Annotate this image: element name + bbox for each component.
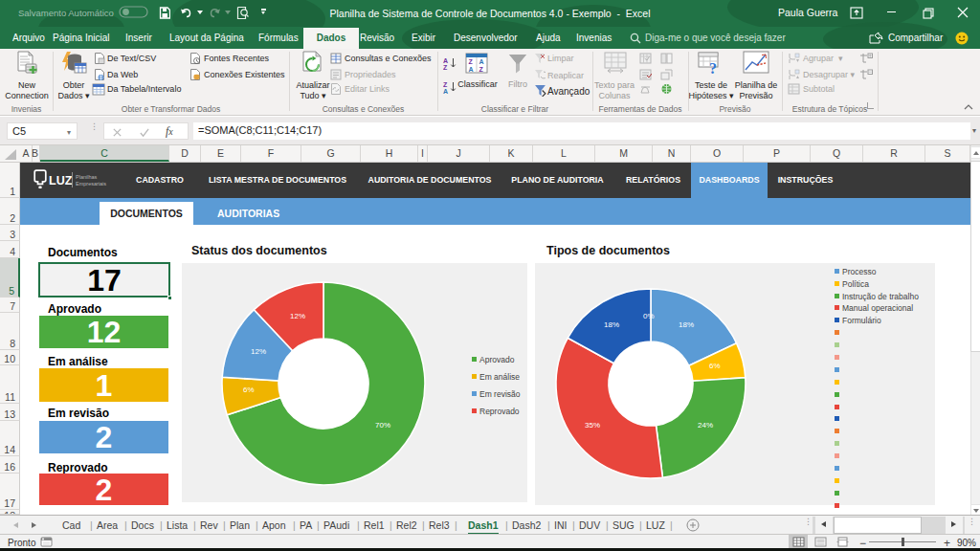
svg-text:Z: Z [469, 58, 474, 65]
svg-text:Z: Z [443, 64, 448, 70]
svg-text:A: A [479, 58, 484, 65]
svg-text:?: ? [709, 60, 717, 77]
svg-text:A: A [443, 88, 448, 94]
svg-text:Z: Z [443, 81, 448, 88]
svg-text:Z: Z [479, 66, 484, 73]
svg-text:A: A [469, 66, 474, 73]
svg-text:A: A [443, 57, 448, 64]
